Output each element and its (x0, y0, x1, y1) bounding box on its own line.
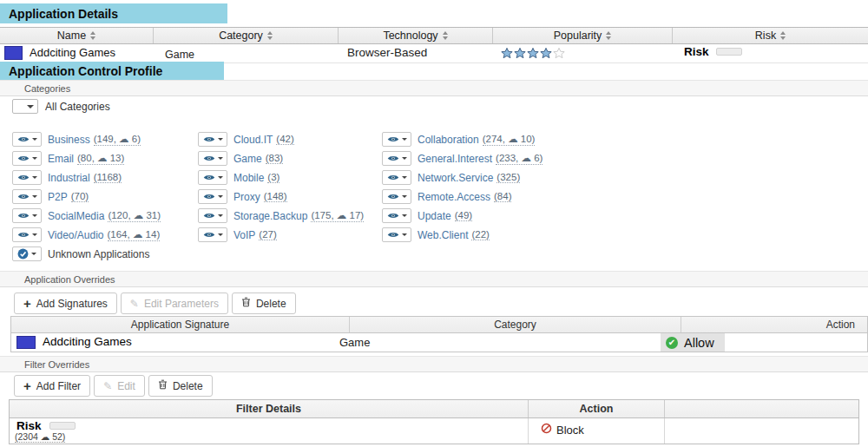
block-icon (541, 423, 552, 437)
category-link[interactable]: Game (233, 153, 262, 165)
eye-icon (387, 174, 399, 181)
add-filter-button[interactable]: + Add Filter (14, 375, 90, 397)
filter-override-row[interactable]: Risk (2304 ☁ 52) Block (10, 418, 858, 444)
category-link[interactable]: Proxy (233, 191, 260, 203)
category-link[interactable]: VoIP (233, 229, 255, 241)
caret-down-icon (218, 157, 223, 160)
category-link[interactable]: Network.Service (418, 172, 493, 184)
column-header-category[interactable]: Category (154, 28, 339, 43)
column-header-name[interactable]: Name (0, 28, 154, 43)
category-item-p2p: P2P(70) (12, 189, 198, 204)
categories-section-bar: Categories (0, 80, 868, 96)
category-item-storage-backup: Storage.Backup(175, ☁ 17) (198, 208, 382, 223)
eye-dropdown-button[interactable] (382, 189, 411, 204)
eye-dropdown-button[interactable] (198, 189, 227, 204)
category-link[interactable]: Video/Audio (48, 229, 104, 241)
eye-dropdown-button[interactable] (382, 132, 411, 147)
pencil-icon: ✎ (103, 380, 112, 392)
eye-dropdown-button[interactable] (382, 170, 411, 185)
column-header-technology[interactable]: Technology (339, 28, 493, 43)
all-categories-dropdown[interactable] (12, 99, 38, 114)
sort-icon (780, 31, 786, 40)
category-link[interactable]: Business (48, 134, 90, 146)
eye-dropdown-button[interactable] (12, 227, 42, 242)
eye-dropdown-button[interactable] (12, 151, 42, 166)
column-header-override-action: Action (681, 317, 867, 332)
override-signature-name: Addciting Games (43, 335, 132, 348)
eye-dropdown-button[interactable] (198, 170, 227, 185)
category-counts: (83) (266, 153, 283, 164)
delete-filter-button[interactable]: Delete (148, 375, 213, 397)
eye-dropdown-button[interactable] (198, 151, 227, 166)
category-link[interactable]: Storage.Backup (233, 210, 307, 222)
category-item-remote-access: Remote.Access(84) (382, 189, 542, 204)
category-link[interactable]: Remote.Access (418, 191, 490, 203)
category-link[interactable]: Collaboration (418, 134, 479, 146)
caret-down-icon (32, 176, 37, 179)
category-link[interactable]: Web.Client (418, 229, 468, 241)
pencil-icon: ✎ (130, 298, 139, 310)
category-counts: (164, ☁ 14) (108, 228, 161, 241)
column-header-filter-details: Filter Details (10, 400, 529, 417)
filter-empty-cell (665, 418, 858, 444)
category-item-update: Update(49) (382, 208, 542, 223)
eye-dropdown-button[interactable] (12, 170, 42, 185)
eye-icon (17, 174, 30, 181)
category-link[interactable]: P2P (48, 191, 68, 203)
override-category: Game (339, 336, 370, 349)
block-action-label: Block (556, 424, 584, 437)
eye-icon (387, 193, 399, 200)
eye-icon (17, 231, 30, 239)
eye-icon (203, 174, 215, 181)
category-link[interactable]: Email (48, 153, 74, 165)
add-signatures-button[interactable]: + Add Signatures (14, 293, 117, 314)
eye-dropdown-button[interactable] (198, 132, 227, 147)
category-counts: (325) (496, 172, 520, 183)
eye-dropdown-button[interactable] (12, 132, 42, 147)
all-categories-control: All Categories (12, 99, 110, 114)
edit-filter-button[interactable]: ✎ Edit (94, 375, 145, 397)
category-item-email: Email(80, ☁ 13) (12, 151, 198, 166)
filter-overrides-section-bar: Filter Overrides (0, 356, 868, 372)
eye-dropdown-button[interactable] (382, 208, 411, 223)
category-link[interactable]: Update (418, 210, 451, 222)
filter-counts: (2304 ☁ 52) (15, 431, 65, 443)
eye-dropdown-button[interactable] (12, 189, 42, 204)
check-circle-icon (17, 248, 29, 260)
category-link[interactable]: SocialMedia (48, 210, 104, 222)
eye-dropdown-button[interactable] (382, 151, 411, 166)
edit-parameters-button[interactable]: ✎ Edit Parameters (121, 293, 228, 314)
column-header-empty (665, 400, 858, 417)
caret-down-icon (402, 195, 407, 198)
application-override-row[interactable]: Addciting Games Game ✔ Allow (11, 333, 867, 352)
category-counts: (84) (494, 191, 511, 202)
eye-dropdown-button[interactable] (198, 208, 227, 223)
category-link[interactable]: Mobile (233, 172, 264, 184)
category-item-network-service: Network.Service(325) (382, 170, 542, 185)
category-link[interactable]: General.Interest (418, 153, 492, 165)
popularity-stars (501, 47, 565, 62)
details-table-row[interactable]: Addciting Games Game Browser-Based Risk (0, 44, 868, 63)
category-link[interactable]: Cloud.IT (233, 134, 273, 146)
category-link[interactable]: Unknown Applications (48, 248, 149, 260)
sort-icon (90, 31, 95, 40)
eye-icon (17, 193, 30, 200)
application-control-profile-title: Application Control Profile (9, 64, 162, 78)
check-dropdown-button[interactable] (12, 247, 42, 261)
category-link[interactable]: Industrial (48, 172, 90, 184)
category-item-collaboration: Collaboration(274, ☁ 10) (382, 132, 542, 147)
caret-down-icon (402, 176, 407, 179)
application-overrides-section-bar: Application Overrides (0, 271, 868, 287)
signature-color-square (4, 46, 23, 60)
category-counts: (233, ☁ 6) (496, 152, 542, 165)
sort-icon (606, 31, 611, 40)
column-header-popularity[interactable]: Popularity (493, 28, 673, 43)
eye-dropdown-button[interactable] (198, 227, 227, 242)
eye-icon (387, 154, 399, 162)
eye-dropdown-button[interactable] (12, 208, 42, 223)
category-item-mobile: Mobile(3) (198, 170, 382, 185)
delete-signatures-button[interactable]: Delete (232, 293, 296, 314)
column-header-risk[interactable]: Risk (673, 28, 868, 43)
eye-dropdown-button[interactable] (382, 227, 411, 242)
category-counts: (70) (71, 191, 89, 202)
